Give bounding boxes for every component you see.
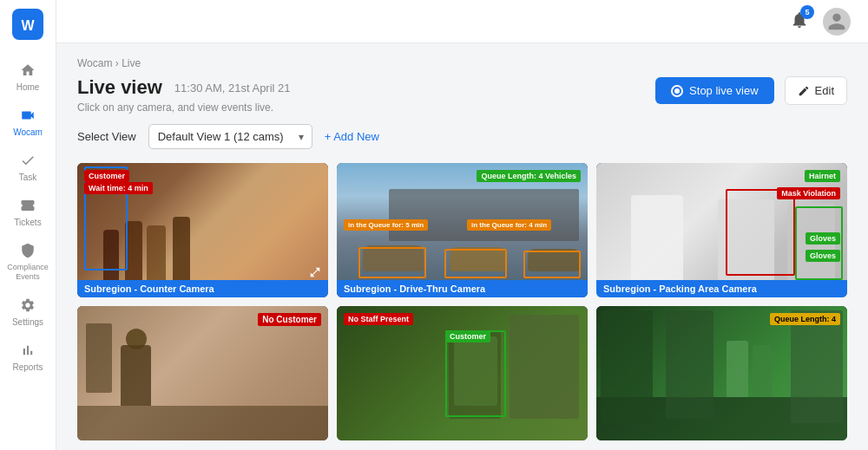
page-header: Live view 11:30 AM, 21st April 21 Click … <box>77 76 847 114</box>
in-queue-badge-1: in the Queue for: 5 min <box>344 219 428 231</box>
page-title-block: Live view 11:30 AM, 21st April 21 Click … <box>77 76 291 114</box>
sidebar-item-settings[interactable]: Settings <box>0 289 56 334</box>
sidebar-item-wocam[interactable]: Wocam <box>0 99 56 144</box>
hairnet-badge: Hairnet <box>805 170 840 182</box>
sidebar-item-tickets[interactable]: Tickets <box>0 189 56 234</box>
edit-label: Edit <box>815 84 834 97</box>
sidebar-item-settings-label: Settings <box>12 317 43 327</box>
app-logo[interactable]: W <box>12 9 43 40</box>
compliance-icon <box>18 241 37 260</box>
task-icon <box>18 151 37 170</box>
person-green-1 <box>727 341 748 397</box>
camera-card-5[interactable]: No Staff Present Customer <box>337 306 588 440</box>
sidebar-item-wocam-label: Wocam <box>13 127 43 137</box>
shelf-shape <box>86 323 112 393</box>
person-silhouette <box>173 217 190 282</box>
shelf-l <box>601 310 653 423</box>
car-detection-frame-3 <box>523 251 581 278</box>
head-shape <box>126 329 147 349</box>
wait-time-badge: Wait time: 4 min <box>84 182 153 194</box>
camera-card-6[interactable]: Queue Length: 4 <box>596 306 847 440</box>
add-new-view-button[interactable]: + Add New <box>325 130 379 143</box>
settings-icon <box>18 296 37 315</box>
sidebar-item-compliance[interactable]: Compliance Events <box>0 234 56 289</box>
svg-text:W: W <box>21 18 35 33</box>
cam1-label: Subregion - Counter Camera <box>77 280 328 297</box>
notification-bell[interactable]: 5 <box>790 10 809 33</box>
main-content: 5 Wocam › Live Live view 11:30 AM, 21st … <box>56 0 868 450</box>
queue-length-badge: Queue Length: 4 Vehicles <box>477 170 581 182</box>
topbar: 5 <box>56 0 868 43</box>
gloves-badge-1: Gloves <box>806 232 840 245</box>
worker-shape <box>631 195 683 282</box>
camera-grid: Customer Wait time: 4 min Subregion - Co… <box>77 163 847 440</box>
home-icon <box>18 61 37 80</box>
select-view-row: Select View Default View 1 (12 cams) + A… <box>77 124 847 149</box>
car-detection-frame-1 <box>358 247 426 278</box>
cam3-label: Subregion - Packing Area Camera <box>596 280 847 297</box>
breadcrumb: Wocam › Live <box>77 57 847 69</box>
sidebar-item-task[interactable]: Task <box>0 144 56 189</box>
customer-badge: Customer <box>84 170 129 182</box>
floor-shape <box>77 406 328 440</box>
record-dot <box>674 88 680 94</box>
shelf-shape <box>510 315 579 419</box>
car-detection-frame-2 <box>444 249 507 278</box>
header-actions: Stop live view Edit <box>655 76 847 105</box>
select-view-dropdown[interactable]: Default View 1 (12 cams) <box>148 124 312 149</box>
camera-card-drivethru[interactable]: Queue Length: 4 Vehicles in the Queue fo… <box>337 163 588 297</box>
cam2-label: Subregion - Drive-Thru Camera <box>337 280 588 297</box>
worker-detection-frame <box>726 189 795 276</box>
topbar-icons: 5 <box>790 8 851 36</box>
breadcrumb-wocam: Wocam <box>77 57 112 69</box>
sidebar-item-home-label: Home <box>16 82 40 92</box>
page-datetime: 11:30 AM, 21st April 21 <box>174 82 291 95</box>
customer-badge-5: Customer <box>445 330 490 342</box>
page-subtitle: Click on any camera, and view events liv… <box>77 101 291 114</box>
camera-card-counter[interactable]: Customer Wait time: 4 min Subregion - Co… <box>77 163 328 297</box>
person-silhouette <box>125 221 142 282</box>
sidebar-item-reports-label: Reports <box>12 362 43 372</box>
sidebar-item-reports[interactable]: Reports <box>0 334 56 379</box>
sidebar-item-home[interactable]: Home <box>0 54 56 99</box>
camera-card-packing[interactable]: Hairnet Mask Violation Gloves Gloves Sub… <box>596 163 847 297</box>
page-content: Wocam › Live Live view 11:30 AM, 21st Ap… <box>56 43 868 450</box>
camera-card-4[interactable]: No Customer <box>77 306 328 440</box>
tickets-icon <box>18 196 37 215</box>
notification-badge: 5 <box>800 5 814 19</box>
resize-icon <box>309 266 321 278</box>
person-shape <box>454 336 497 406</box>
gloves-badge-2: Gloves <box>806 250 840 262</box>
shelf-r <box>791 310 843 423</box>
reports-icon <box>18 341 37 360</box>
stop-live-button[interactable]: Stop live view <box>655 77 773 104</box>
person-back <box>121 345 151 406</box>
sidebar-item-compliance-label: Compliance Events <box>0 263 56 282</box>
no-staff-badge: No Staff Present <box>344 313 413 325</box>
sidebar-item-tickets-label: Tickets <box>14 218 41 227</box>
sidebar-item-task-label: Task <box>19 173 37 182</box>
wocam-icon <box>18 106 37 125</box>
in-queue-badge-2: in the Queue for: 4 min <box>467 219 551 231</box>
breadcrumb-live: Live <box>122 57 141 69</box>
building-shape <box>389 189 579 241</box>
sidebar: W Home Wocam Task Tickets Compliance Eve <box>0 0 56 450</box>
no-customer-badge: No Customer <box>258 313 321 326</box>
queue-length-badge-6: Queue Length: 4 <box>770 313 840 325</box>
select-view-label: Select View <box>77 130 136 143</box>
select-view-wrapper: Default View 1 (12 cams) <box>148 124 312 149</box>
stop-live-label: Stop live view <box>689 84 758 97</box>
page-title: Live view 11:30 AM, 21st April 21 <box>77 76 291 99</box>
user-avatar[interactable] <box>823 8 851 36</box>
mask-violation-badge: Mask Violation <box>777 187 840 199</box>
shelf-m <box>666 310 713 419</box>
edit-button[interactable]: Edit <box>785 76 847 105</box>
person-silhouette <box>147 225 166 282</box>
record-icon <box>671 85 683 97</box>
person-green-2 <box>753 345 772 397</box>
